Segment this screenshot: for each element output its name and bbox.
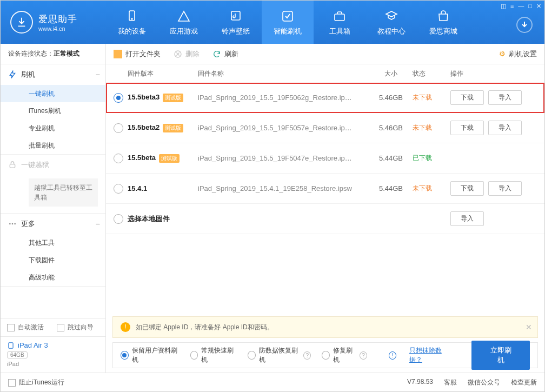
device-capacity: 64GB [7, 351, 28, 358]
help-icon[interactable]: ? [360, 351, 367, 360]
download-button[interactable]: 下载 [450, 90, 484, 105]
firmware-filename: iPad_Spring_2019_15.5_19F5062g_Restore.i… [198, 94, 369, 102]
nav-tutorials[interactable]: 教程中心 [365, 1, 417, 44]
auto-activate-checkbox[interactable] [7, 324, 15, 331]
refresh-button[interactable]: 刷新 [212, 49, 238, 59]
beta-badge: 测试版 [163, 124, 183, 132]
mode-repair[interactable]: 修复刷机? [322, 346, 367, 364]
svg-point-8 [14, 223, 16, 225]
collapse-icon: − [96, 70, 100, 79]
firmware-row[interactable]: 15.4.1iPad_Spring_2019_15.4.1_19E258_Res… [106, 174, 544, 204]
firmware-version: 15.5beta2 [128, 123, 159, 131]
sidebar-item-other-tools[interactable]: 其他工具 [1, 234, 105, 251]
erase-data-link[interactable]: 只想抹除数据？ [409, 346, 451, 364]
svg-point-7 [12, 223, 14, 225]
start-flash-button[interactable]: 立即刷机 [471, 341, 530, 370]
sidebar-item-advanced[interactable]: 高级功能 [1, 269, 105, 286]
row-actions: 下载导入 [450, 90, 537, 105]
nav-flash[interactable]: 智能刷机 [262, 1, 314, 44]
import-button[interactable]: 导入 [450, 211, 484, 226]
row-radio[interactable] [114, 184, 123, 194]
firmware-row[interactable]: 15.5beta2测试版iPad_Spring_2019_15.5_19F505… [106, 113, 544, 143]
gear-icon: ⚙ [499, 50, 506, 58]
nav-ringtones[interactable]: 铃声壁纸 [210, 1, 262, 44]
download-button[interactable]: 下载 [450, 121, 484, 135]
delete-button[interactable]: 删除 [174, 49, 200, 59]
radio-icon [322, 351, 330, 360]
folder-icon [114, 50, 122, 58]
import-button[interactable]: 导入 [488, 121, 522, 135]
firmware-version: 15.5beta3 [128, 93, 159, 101]
sidebar-group-jailbreak[interactable]: 一键越狱 [1, 155, 105, 175]
nav-apps[interactable]: 应用游戏 [158, 1, 210, 44]
row-radio[interactable] [114, 214, 123, 224]
minimize-icon[interactable]: — [518, 3, 524, 10]
row-radio[interactable] [114, 93, 123, 103]
block-itunes-checkbox[interactable] [8, 379, 16, 387]
download-manager-icon[interactable] [516, 17, 533, 33]
mode-normal[interactable]: 常规快速刷机 [190, 346, 237, 364]
beta-badge: 测试版 [163, 94, 183, 102]
mode-anti-recovery[interactable]: 防数据恢复刷机? [248, 346, 311, 364]
flash-settings-button[interactable]: ⚙刷机设置 [499, 49, 537, 59]
row-radio[interactable] [114, 123, 123, 133]
firmware-table: 15.5beta3测试版iPad_Spring_2019_15.5_19F506… [106, 83, 544, 234]
row-radio[interactable] [114, 154, 123, 163]
maximize-icon[interactable]: □ [528, 3, 532, 10]
check-update-link[interactable]: 检查更新 [511, 378, 537, 387]
connection-status: 设备连接状态：正常模式 [1, 44, 105, 64]
sidebar-item-batch-flash[interactable]: 批量刷机 [1, 137, 105, 154]
delete-icon [174, 50, 182, 58]
sidebar-item-one-key-flash[interactable]: 一键刷机 [1, 85, 105, 102]
download-button[interactable]: 下载 [450, 181, 484, 196]
sidebar-group-flash[interactable]: 刷机 − [1, 64, 105, 85]
mode-keep-data[interactable]: 保留用户资料刷机 [121, 346, 180, 364]
row-actions: 导入 [450, 211, 537, 226]
sidebar-item-pro-flash[interactable]: 专业刷机 [1, 119, 105, 137]
firmware-size: 5.44GB [369, 154, 413, 162]
device-panel[interactable]: iPad Air 3 64GB iPad [1, 336, 105, 373]
firmware-status: 已下载 [413, 154, 450, 163]
support-link[interactable]: 客服 [444, 378, 457, 387]
beta-badge: 测试版 [159, 154, 180, 163]
collapse-icon: − [96, 220, 100, 228]
status-bar: 阻止iTunes运行 V7.98.53 客服 微信公众号 检查更新 [1, 373, 544, 392]
radio-icon [121, 351, 129, 360]
nav-my-device[interactable]: 我的设备 [106, 1, 158, 44]
svg-rect-5 [10, 164, 15, 168]
help-icon[interactable]: ? [303, 351, 311, 360]
toolbar: 打开文件夹 删除 刷新 ⚙刷机设置 [106, 44, 544, 64]
more-icon [8, 220, 17, 228]
svg-point-6 [9, 223, 11, 225]
firmware-version: 15.4.1 [128, 184, 147, 192]
import-button[interactable]: 导入 [488, 90, 522, 105]
nav-store[interactable]: 爱思商城 [417, 1, 469, 44]
firmware-size: 5.46GB [369, 124, 413, 132]
content: 打开文件夹 删除 刷新 ⚙刷机设置 固件版本 固件名称 大小 状态 操作 15.… [106, 44, 544, 373]
firmware-row[interactable]: 15.5beta3测试版iPad_Spring_2019_15.5_19F506… [106, 83, 544, 113]
svg-rect-2 [231, 11, 240, 20]
firmware-status: 未下载 [413, 123, 450, 132]
open-folder-button[interactable]: 打开文件夹 [114, 49, 161, 59]
firmware-row[interactable]: 15.5beta测试版iPad_Spring_2019_15.5_19F5047… [106, 143, 544, 174]
sidebar-item-itunes-flash[interactable]: iTunes刷机 [1, 102, 105, 119]
nav-toolbox[interactable]: 工具箱 [314, 1, 365, 44]
firmware-size: 5.44GB [369, 184, 413, 192]
app-name: 爱思助手 [38, 13, 77, 25]
menu-icon[interactable]: ≡ [510, 3, 514, 10]
app-logo [10, 11, 33, 34]
sidebar-item-download-firmware[interactable]: 下载固件 [1, 251, 105, 269]
import-button[interactable]: 导入 [488, 181, 522, 196]
logo-area: 爱思助手 www.i4.cn [1, 11, 106, 34]
firmware-size: 5.46GB [369, 94, 413, 102]
close-icon[interactable]: ✕ [536, 3, 541, 10]
info-icon[interactable]: ! [389, 351, 396, 360]
firmware-row[interactable]: 选择本地固件导入 [106, 204, 544, 234]
warning-icon: ! [121, 322, 130, 332]
close-notice-icon[interactable]: ✕ [526, 323, 532, 331]
wechat-link[interactable]: 微信公众号 [468, 378, 500, 387]
lock-icon [8, 161, 17, 169]
sidebar-group-more[interactable]: 更多 − [1, 214, 105, 234]
skip-guide-checkbox[interactable] [57, 324, 64, 331]
skins-icon[interactable]: ◫ [501, 3, 506, 10]
